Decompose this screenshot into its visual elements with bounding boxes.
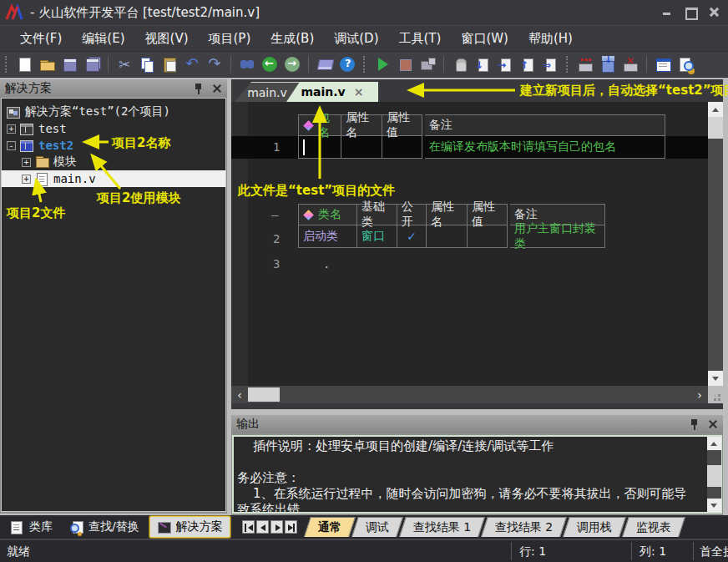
tab-solution[interactable]: 解决方案: [149, 516, 230, 538]
tab-find-results-2[interactable]: 查找结果 2: [481, 517, 567, 537]
header-cell[interactable]: 基础类: [357, 204, 397, 225]
run-to-cursor-icon[interactable]: ⇒: [542, 56, 559, 73]
menu-view[interactable]: 视图(V): [135, 28, 199, 50]
maximize-button[interactable]: [685, 6, 696, 18]
menu-window[interactable]: 窗口(W): [451, 28, 518, 50]
menu-project[interactable]: 项目(P): [199, 28, 261, 50]
tab-class-library[interactable]: 类库: [3, 517, 59, 537]
menu-file[interactable]: 文件(F): [10, 28, 72, 50]
close-button[interactable]: [708, 6, 720, 18]
expand-icon[interactable]: +: [22, 175, 31, 184]
last-tab-button[interactable]: [285, 520, 297, 534]
navigate-forward-icon[interactable]: →: [284, 56, 301, 73]
breakpoints-stack-icon[interactable]: ↓: [599, 56, 616, 73]
cell-note[interactable]: 在编译发布版本时请填写自己的包名: [425, 136, 665, 159]
prev-tab-button[interactable]: [256, 520, 269, 534]
tab-close-icon[interactable]: ×: [354, 85, 364, 99]
pin-icon[interactable]: [194, 83, 204, 94]
run-icon[interactable]: [374, 56, 391, 73]
help-icon[interactable]: ?: [339, 56, 356, 73]
cell-note[interactable]: 用户主窗口封装类: [510, 225, 605, 248]
menu-tools[interactable]: 工具(T): [389, 28, 452, 50]
cell-class-name[interactable]: 启动类: [298, 225, 357, 248]
tab-call-stack[interactable]: 调用栈: [564, 517, 627, 537]
tab-watch[interactable]: 监视表: [623, 517, 686, 537]
toolbar-grip[interactable]: [566, 56, 569, 73]
scroll-left-button[interactable]: ‹: [231, 386, 248, 403]
output-content[interactable]: 插件说明：处理安卓项目的创建/编译/连接/调试等工作 务必注意： 1、在系统运行…: [232, 435, 722, 514]
cell-attr-name[interactable]: [427, 225, 468, 248]
header-cell[interactable]: 属性名: [341, 114, 382, 136]
collapse-icon[interactable]: -: [7, 141, 16, 150]
stop-icon[interactable]: [397, 56, 413, 73]
expand-icon[interactable]: +: [22, 158, 31, 167]
new-file-icon[interactable]: [16, 56, 33, 73]
tab-find-replace[interactable]: 查找/替换: [63, 517, 146, 537]
find-in-files-icon[interactable]: [677, 56, 694, 73]
editor-horizontal-scrollbar[interactable]: ‹ ›: [231, 386, 708, 403]
menu-edit[interactable]: 编辑(E): [72, 28, 134, 50]
cell-public[interactable]: ✓: [397, 225, 427, 248]
book-icon[interactable]: [316, 56, 333, 73]
expand-icon[interactable]: +: [7, 124, 16, 134]
horizontal-splitter[interactable]: [231, 409, 723, 415]
editor-vertical-scrollbar[interactable]: [708, 102, 723, 386]
header-cell[interactable]: 公开: [397, 204, 427, 225]
class-table-row[interactable]: 启动类 窗口 ✓ 用户主窗口封装类: [298, 225, 605, 248]
scroll-up-button[interactable]: [707, 437, 721, 450]
cut-icon[interactable]: ✂: [116, 56, 133, 73]
editor-canvas[interactable]: 1 包名 属性名 属性值 备注 在编译发布版本时请填写自己的包名: [231, 102, 708, 386]
scroll-thumb[interactable]: [248, 387, 280, 402]
toolbar-grip[interactable]: [5, 56, 8, 73]
navigate-back-icon[interactable]: ←: [261, 56, 278, 73]
cell-package-name[interactable]: [298, 136, 341, 159]
redo-icon[interactable]: ↷: [206, 56, 223, 73]
next-tab-button[interactable]: [270, 520, 283, 534]
header-cell[interactable]: 备注: [425, 114, 665, 136]
tree-item-mainv[interactable]: + main.v: [2, 170, 225, 187]
output-vertical-scrollbar[interactable]: [707, 437, 721, 512]
header-cell[interactable]: 属性名: [427, 204, 468, 225]
open-folder-icon[interactable]: [38, 56, 55, 73]
attach-process-icon[interactable]: [419, 56, 436, 73]
tab-debug[interactable]: 调试: [351, 517, 403, 537]
close-panel-icon[interactable]: [212, 84, 222, 94]
cell-attr-value[interactable]: [382, 136, 422, 159]
tree-item-test[interactable]: + test: [2, 120, 225, 137]
tab-find-results-1[interactable]: 查找结果 1: [399, 517, 485, 537]
save-icon[interactable]: [61, 56, 78, 73]
minimize-button[interactable]: [661, 6, 673, 18]
menu-debug[interactable]: 调试(D): [324, 28, 388, 50]
close-panel-icon[interactable]: [708, 419, 718, 429]
scroll-up-button[interactable]: [708, 102, 723, 117]
copy-icon[interactable]: [139, 56, 155, 73]
pause-hand-icon[interactable]: [452, 56, 468, 73]
undo-icon[interactable]: ↶: [184, 56, 200, 73]
scroll-thumb[interactable]: [708, 117, 723, 139]
scroll-down-button[interactable]: [707, 499, 721, 512]
header-cell[interactable]: 包名: [298, 114, 341, 136]
find-icon[interactable]: [239, 56, 255, 73]
toolbar-grip[interactable]: [363, 56, 367, 73]
scroll-down-button[interactable]: [708, 371, 723, 386]
cell-attr-value[interactable]: [468, 225, 508, 248]
menu-help[interactable]: 帮助(H): [518, 28, 583, 50]
insert-breakpoint-icon[interactable]: •••: [577, 56, 594, 73]
header-cell[interactable]: 属性值: [468, 204, 508, 225]
scroll-right-button[interactable]: ›: [691, 386, 708, 403]
pin-icon[interactable]: [690, 418, 700, 430]
paste-icon[interactable]: [161, 56, 178, 73]
save-all-icon[interactable]: [83, 56, 100, 73]
window-list-icon[interactable]: [655, 56, 671, 73]
first-tab-button[interactable]: [242, 520, 255, 534]
header-cell[interactable]: 类名: [298, 204, 357, 225]
header-cell[interactable]: 属性值: [382, 114, 422, 136]
package-table-row[interactable]: 在编译发布版本时请填写自己的包名: [298, 136, 665, 159]
menu-build[interactable]: 生成(B): [260, 28, 324, 50]
clear-breakpoints-icon[interactable]: ✕: [622, 56, 639, 73]
tab-normal[interactable]: 通常: [304, 517, 356, 537]
step-over-icon[interactable]: →: [497, 56, 513, 73]
scroll-thumb[interactable]: [707, 465, 721, 487]
tree-item-modules[interactable]: + 模块: [2, 154, 225, 170]
cell-attr-name[interactable]: [341, 136, 382, 159]
